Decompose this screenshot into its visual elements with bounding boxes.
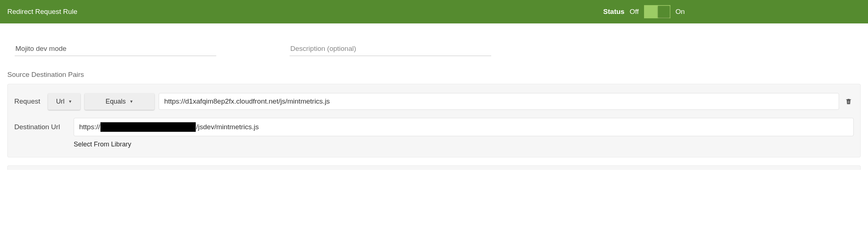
- destination-url-suffix: /jsdev/mintmetrics.js: [196, 123, 259, 131]
- next-section-preview: [7, 165, 861, 170]
- header-bar: Redirect Request Rule Status Off On: [0, 0, 868, 23]
- content-area: Source Destination Pairs Request Url ▼ E…: [0, 23, 868, 170]
- status-toggle[interactable]: [644, 5, 670, 18]
- pairs-container: Request Url ▼ Equals ▼ Destination Url h…: [7, 84, 861, 157]
- request-url-input[interactable]: [159, 93, 839, 110]
- status-off-label: Off: [630, 8, 639, 16]
- redacted-block: [100, 122, 196, 132]
- trash-icon: [845, 97, 852, 105]
- request-row: Request Url ▼ Equals ▼: [14, 93, 854, 110]
- rule-name-input[interactable]: [15, 42, 216, 56]
- rule-description-input[interactable]: [290, 42, 491, 56]
- status-group: Status Off On: [603, 5, 685, 18]
- request-type-value: Url: [56, 98, 65, 105]
- caret-down-icon: ▼: [68, 99, 72, 104]
- caret-down-icon: ▼: [129, 99, 133, 104]
- request-label: Request: [14, 97, 44, 105]
- status-label: Status: [603, 8, 625, 16]
- request-operator-dropdown[interactable]: Equals ▼: [85, 93, 154, 110]
- select-from-library-link[interactable]: Select From Library: [74, 141, 854, 148]
- request-type-dropdown[interactable]: Url ▼: [48, 93, 80, 110]
- destination-row: Destination Url https:// /jsdev/mintmetr…: [14, 118, 854, 136]
- pairs-section-label: Source Destination Pairs: [7, 71, 861, 79]
- destination-url-prefix: https://: [79, 123, 100, 131]
- toggle-thumb: [658, 6, 670, 18]
- delete-pair-button[interactable]: [843, 96, 854, 107]
- inputs-row: [15, 42, 861, 56]
- request-operator-value: Equals: [106, 98, 126, 105]
- destination-label: Destination Url: [14, 123, 69, 131]
- destination-url-input[interactable]: https:// /jsdev/mintmetrics.js: [74, 118, 854, 136]
- page-title: Redirect Request Rule: [7, 8, 77, 16]
- status-on-label: On: [676, 8, 685, 16]
